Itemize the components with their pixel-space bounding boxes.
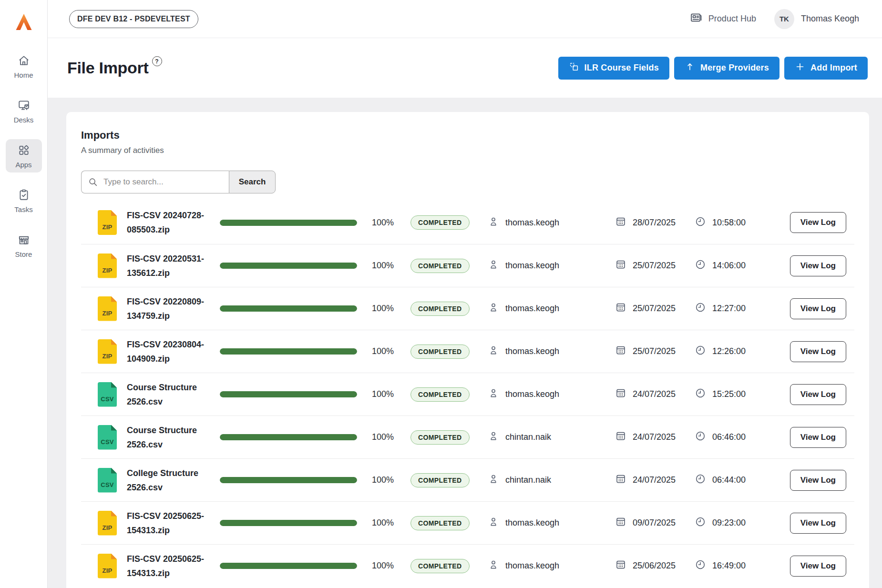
clock-icon <box>695 259 706 273</box>
date-cell: 24/07/2025 <box>615 473 695 487</box>
date-text: 28/07/2025 <box>633 218 676 228</box>
search-input[interactable] <box>81 171 229 193</box>
apps-icon <box>18 144 30 158</box>
file-type-icon: CSV <box>98 468 117 493</box>
brand-logo-icon <box>13 10 35 34</box>
file-ext-label: ZIP <box>103 353 113 360</box>
file-fold-corner <box>111 425 117 431</box>
help-icon[interactable]: ? <box>152 56 162 66</box>
view-log-button[interactable]: View Log <box>790 427 846 448</box>
product-hub-link[interactable]: Product Hub <box>689 11 756 27</box>
progress-cell <box>220 520 372 526</box>
merge-providers-button[interactable]: Merge Providers <box>674 57 779 80</box>
user-cell: thomas.keogh <box>488 345 615 358</box>
action-cell: View Log <box>772 212 854 233</box>
file-type-cell: ZIP <box>98 296 127 321</box>
file-type-icon: ZIP <box>98 554 117 578</box>
progress-track <box>220 348 357 355</box>
date-cell: 25/07/2025 <box>615 345 695 358</box>
person-icon <box>488 559 499 573</box>
status-cell: COMPLETED <box>410 259 488 273</box>
calendar-icon <box>615 516 626 530</box>
progress-bar <box>220 263 357 269</box>
user-cell: chintan.naik <box>488 430 615 444</box>
file-type-icon: ZIP <box>98 210 117 235</box>
page-actions: ILR Course Fields Merge Providers <box>558 57 868 80</box>
clock-icon <box>695 516 706 530</box>
status-cell: COMPLETED <box>410 516 488 530</box>
date-text: 25/07/2025 <box>633 261 676 271</box>
clock-icon <box>695 302 706 315</box>
view-log-button[interactable]: View Log <box>790 513 846 534</box>
person-icon <box>488 516 499 530</box>
action-cell: View Log <box>772 513 854 534</box>
file-ext-label: ZIP <box>103 567 113 574</box>
avatar: TK <box>774 9 794 29</box>
progress-track <box>220 391 357 397</box>
user-name-text: chintan.naik <box>505 432 551 442</box>
action-cell: View Log <box>772 384 854 405</box>
progress-cell <box>220 348 372 355</box>
search-button[interactable]: Search <box>229 171 276 193</box>
add-import-button[interactable]: Add Import <box>784 57 868 80</box>
view-log-button[interactable]: View Log <box>790 556 846 577</box>
file-type-cell: CSV <box>98 468 127 493</box>
user-cell: thomas.keogh <box>488 516 615 530</box>
view-log-button[interactable]: View Log <box>790 212 846 233</box>
user-name-text: thomas.keogh <box>505 218 559 228</box>
time-cell: 15:25:00 <box>695 387 772 401</box>
merge-providers-label: Merge Providers <box>700 63 769 73</box>
topbar-right: Product Hub TK Thomas Keogh <box>689 9 859 29</box>
clock-icon <box>695 345 706 358</box>
desks-icon <box>18 99 30 113</box>
sidebar-item-apps[interactable]: Apps <box>6 139 42 172</box>
view-log-button[interactable]: View Log <box>790 341 846 362</box>
tasks-icon <box>18 189 30 203</box>
sidebar-item-tasks[interactable]: Tasks <box>6 184 42 217</box>
date-cell: 09/07/2025 <box>615 516 695 530</box>
progress-percent: 100% <box>372 561 410 571</box>
file-ext-label: ZIP <box>103 524 113 531</box>
content-area: DFE DEV B12 - PSDEVELTEST Product Hub <box>48 0 882 588</box>
ilr-course-fields-button[interactable]: ILR Course Fields <box>558 57 669 80</box>
time-cell: 14:06:00 <box>695 259 772 273</box>
calendar-icon <box>615 302 626 315</box>
view-log-button[interactable]: View Log <box>790 384 846 405</box>
clock-icon <box>695 430 706 444</box>
view-log-button[interactable]: View Log <box>790 255 846 276</box>
user-cell: thomas.keogh <box>488 216 615 230</box>
date-cell: 24/07/2025 <box>615 430 695 444</box>
sidebar-item-home[interactable]: Home <box>6 50 42 83</box>
time-text: 12:26:00 <box>712 346 746 356</box>
sidebar-item-store[interactable]: Store <box>6 229 42 262</box>
file-fold-corner <box>111 253 117 259</box>
ilr-course-fields-icon <box>569 61 579 74</box>
user-menu[interactable]: TK Thomas Keogh <box>774 9 859 29</box>
date-text: 25/07/2025 <box>633 346 676 356</box>
time-text: 12:27:00 <box>712 304 746 314</box>
file-name: FIS-CSV 20240728-085503.zip <box>127 208 214 237</box>
time-cell: 12:26:00 <box>695 345 772 358</box>
action-cell: View Log <box>772 470 854 491</box>
sidebar-item-desks[interactable]: Desks <box>6 94 42 128</box>
progress-percent: 100% <box>372 218 410 228</box>
view-log-button[interactable]: View Log <box>790 470 846 491</box>
date-text: 24/07/2025 <box>633 475 676 485</box>
file-fold-corner <box>111 468 117 474</box>
person-icon <box>488 302 499 315</box>
person-icon <box>488 259 499 273</box>
file-type-icon: ZIP <box>98 339 117 364</box>
user-name-text: thomas.keogh <box>505 261 559 271</box>
progress-cell <box>220 391 372 397</box>
search-bar: Search <box>81 171 276 193</box>
view-log-button[interactable]: View Log <box>790 298 846 319</box>
status-badge: COMPLETED <box>410 302 470 316</box>
time-text: 14:06:00 <box>712 261 746 271</box>
date-cell: 24/07/2025 <box>615 387 695 401</box>
progress-bar <box>220 563 357 569</box>
progress-percent: 100% <box>372 518 410 528</box>
calendar-icon <box>615 559 626 573</box>
person-icon <box>488 387 499 401</box>
progress-track <box>220 263 357 269</box>
action-cell: View Log <box>772 298 854 319</box>
